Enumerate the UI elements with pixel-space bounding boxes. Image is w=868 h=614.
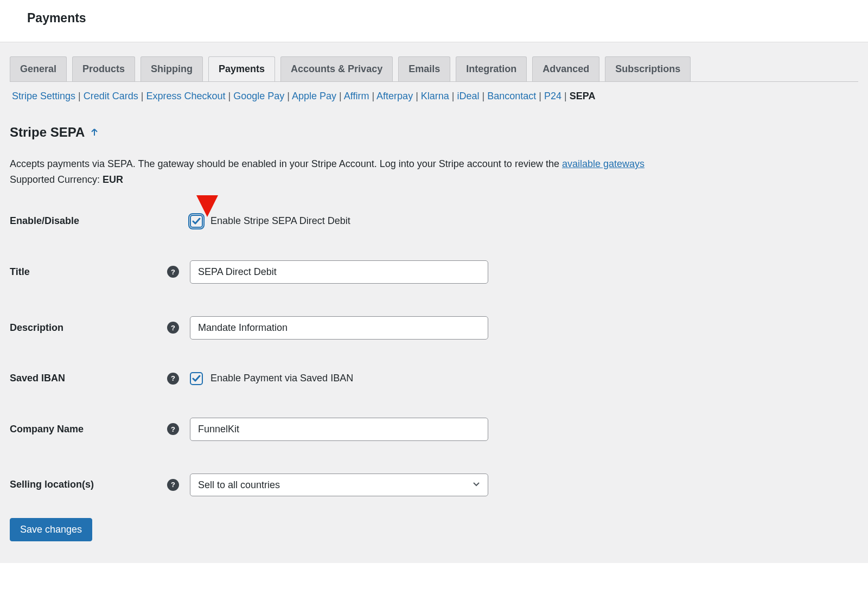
company-name-input[interactable] [190, 418, 488, 441]
subsection-ideal[interactable]: iDeal [457, 91, 480, 101]
enable-sepa-text: Enable Stripe SEPA Direct Debit [210, 215, 350, 227]
help-icon[interactable]: ? [167, 479, 179, 491]
page-title: Payments [27, 11, 841, 25]
separator: | [536, 91, 544, 101]
description-label: Description [10, 322, 167, 334]
tab-shipping[interactable]: Shipping [141, 56, 203, 81]
separator: | [449, 91, 457, 101]
subsection-sepa[interactable]: SEPA [570, 91, 596, 101]
separator: | [413, 91, 421, 101]
selling-locations-select[interactable]: Sell to all countries [190, 474, 488, 496]
save-changes-button[interactable]: Save changes [10, 518, 92, 541]
separator: | [561, 91, 570, 101]
subsection-p24[interactable]: P24 [544, 91, 561, 101]
payments-subsections: Stripe Settings | Credit Cards | Express… [10, 81, 858, 103]
description-input[interactable] [190, 316, 488, 340]
separator: | [480, 91, 488, 101]
section-description: Accepts payments via SEPA. The gateway s… [10, 156, 858, 188]
help-icon[interactable]: ? [167, 423, 179, 435]
company-name-label: Company Name [10, 424, 167, 435]
saved-iban-text: Enable Payment via Saved IBAN [210, 373, 353, 384]
separator: | [138, 91, 146, 101]
tab-subscriptions[interactable]: Subscriptions [605, 56, 691, 81]
separator: | [284, 91, 292, 101]
settings-tabs: GeneralProductsShippingPaymentsAccounts … [10, 42, 858, 81]
saved-iban-label: Saved IBAN [10, 373, 167, 384]
supported-currency-value: EUR [103, 174, 123, 185]
subsection-bancontact[interactable]: Bancontact [487, 91, 536, 101]
title-label: Title [10, 266, 167, 278]
available-gateways-link[interactable]: available gateways [562, 158, 644, 169]
subsection-express-checkout[interactable]: Express Checkout [146, 91, 225, 101]
tab-emails[interactable]: Emails [398, 56, 450, 81]
subsection-google-pay[interactable]: Google Pay [233, 91, 284, 101]
tab-advanced[interactable]: Advanced [532, 56, 599, 81]
subsection-credit-cards[interactable]: Credit Cards [84, 91, 138, 101]
tab-payments[interactable]: Payments [208, 56, 275, 81]
enable-sepa-checkbox[interactable] [190, 215, 203, 228]
help-icon[interactable]: ? [167, 266, 179, 278]
separator: | [75, 91, 84, 101]
separator: | [369, 91, 376, 101]
subsection-stripe-settings[interactable]: Stripe Settings [12, 91, 75, 101]
tab-accounts[interactable]: Accounts & Privacy [280, 56, 393, 81]
tab-products[interactable]: Products [72, 56, 135, 81]
separator: | [336, 91, 344, 101]
supported-currency-label: Supported Currency: [10, 174, 103, 185]
subsection-affirm[interactable]: Affirm [344, 91, 369, 101]
separator: | [226, 91, 234, 101]
subsection-apple-pay[interactable]: Apple Pay [292, 91, 336, 101]
tab-integration[interactable]: Integration [456, 56, 527, 81]
subsection-afterpay[interactable]: Afterpay [376, 91, 413, 101]
selling-locations-label: Selling location(s) [10, 479, 167, 490]
help-icon[interactable]: ? [167, 322, 179, 334]
saved-iban-checkbox[interactable] [190, 372, 203, 385]
section-heading: Stripe SEPA [10, 125, 99, 140]
enable-disable-label: Enable/Disable [10, 215, 167, 227]
tab-general[interactable]: General [10, 56, 67, 81]
section-heading-text: Stripe SEPA [10, 125, 85, 140]
return-icon[interactable] [90, 128, 99, 137]
help-icon[interactable]: ? [167, 373, 179, 385]
title-input[interactable] [190, 260, 488, 284]
section-desc-text: Accepts payments via SEPA. The gateway s… [10, 158, 562, 169]
subsection-klarna[interactable]: Klarna [421, 91, 449, 101]
